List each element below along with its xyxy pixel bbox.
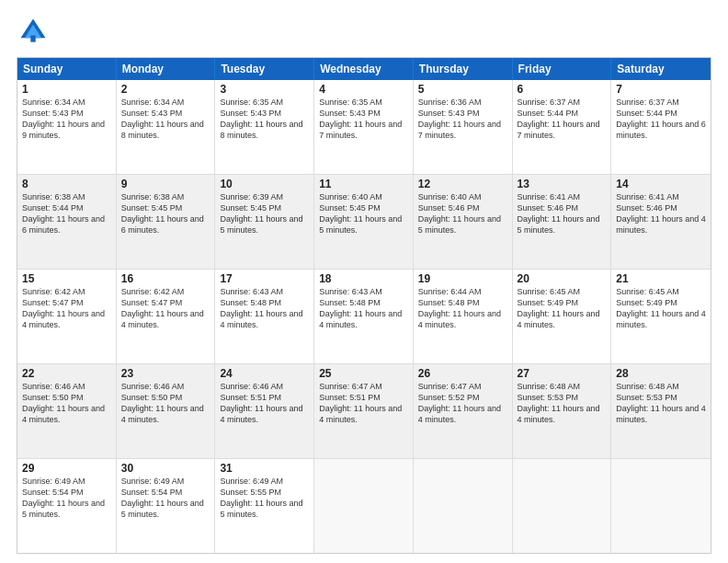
calendar-cell: 8Sunrise: 6:38 AMSunset: 5:44 PMDaylight… [17, 175, 117, 269]
cell-sunset: Sunset: 5:43 PM [121, 109, 183, 118]
calendar: SundayMondayTuesdayWednesdayThursdayFrid… [17, 57, 711, 554]
cell-daylight: Daylight: 11 hours and 5 minutes. [418, 214, 501, 235]
calendar-cell: 20Sunrise: 6:45 AMSunset: 5:49 PMDayligh… [513, 270, 612, 363]
cell-sunset: Sunset: 5:47 PM [121, 298, 183, 307]
cell-sunset: Sunset: 5:44 PM [518, 109, 579, 118]
calendar-cell: 26Sunrise: 6:47 AMSunset: 5:52 PMDayligh… [414, 364, 513, 458]
calendar-cell: 1Sunrise: 6:34 AMSunset: 5:43 PMDaylight… [17, 80, 117, 174]
cell-sunset: Sunset: 5:45 PM [319, 203, 381, 213]
cell-daylight: Daylight: 11 hours and 4 minutes. [220, 404, 302, 424]
day-number: 2 [121, 83, 210, 96]
calendar-cell: 21Sunrise: 6:45 AMSunset: 5:49 PMDayligh… [611, 270, 711, 363]
logo [17, 15, 53, 48]
cell-daylight: Daylight: 11 hours and 9 minutes. [22, 120, 105, 140]
calendar-cell: 11Sunrise: 6:40 AMSunset: 5:45 PMDayligh… [314, 175, 414, 269]
cell-daylight: Daylight: 11 hours and 7 minutes. [418, 120, 501, 140]
cell-sunrise: Sunrise: 6:49 AM [121, 477, 185, 486]
calendar-row: 8Sunrise: 6:38 AMSunset: 5:44 PMDaylight… [17, 174, 711, 269]
calendar-cell: 22Sunrise: 6:46 AMSunset: 5:50 PMDayligh… [17, 364, 117, 458]
cell-daylight: Daylight: 11 hours and 4 minutes. [418, 309, 501, 329]
cell-sunrise: Sunrise: 6:34 AM [121, 98, 185, 107]
cell-daylight: Daylight: 11 hours and 4 minutes. [616, 404, 706, 424]
day-number: 25 [319, 367, 408, 380]
day-number: 29 [22, 462, 111, 475]
calendar-cell: 23Sunrise: 6:46 AMSunset: 5:50 PMDayligh… [117, 364, 216, 458]
day-number: 14 [616, 178, 706, 190]
cell-daylight: Daylight: 11 hours and 4 minutes. [220, 309, 302, 329]
cell-sunset: Sunset: 5:47 PM [22, 298, 84, 307]
cell-sunset: Sunset: 5:54 PM [121, 488, 183, 497]
cell-sunset: Sunset: 5:49 PM [518, 298, 579, 307]
calendar-cell: 10Sunrise: 6:39 AMSunset: 5:45 PMDayligh… [215, 175, 314, 269]
cell-sunset: Sunset: 5:52 PM [418, 393, 480, 402]
calendar-cell: 31Sunrise: 6:49 AMSunset: 5:55 PMDayligh… [215, 459, 314, 553]
calendar-cell: 24Sunrise: 6:46 AMSunset: 5:51 PMDayligh… [215, 364, 314, 458]
logo-icon [17, 15, 50, 48]
cell-daylight: Daylight: 11 hours and 6 minutes. [22, 214, 105, 235]
day-number: 21 [616, 272, 706, 285]
cell-sunset: Sunset: 5:51 PM [220, 393, 281, 402]
cell-sunset: Sunset: 5:53 PM [518, 393, 579, 402]
calendar-cell: 14Sunrise: 6:41 AMSunset: 5:46 PMDayligh… [611, 175, 711, 269]
day-number: 5 [418, 83, 507, 96]
cell-daylight: Daylight: 11 hours and 6 minutes. [616, 120, 706, 140]
calendar-cell: 7Sunrise: 6:37 AMSunset: 5:44 PMDaylight… [611, 80, 711, 174]
cell-sunrise: Sunrise: 6:46 AM [121, 382, 185, 391]
day-number: 6 [518, 83, 607, 96]
calendar-row: 22Sunrise: 6:46 AMSunset: 5:50 PMDayligh… [17, 363, 711, 458]
cell-sunrise: Sunrise: 6:47 AM [418, 382, 482, 391]
calendar-cell: 13Sunrise: 6:41 AMSunset: 5:46 PMDayligh… [513, 175, 612, 269]
cell-daylight: Daylight: 11 hours and 5 minutes. [22, 499, 105, 519]
cell-daylight: Daylight: 11 hours and 5 minutes. [220, 214, 302, 235]
cell-daylight: Daylight: 11 hours and 4 minutes. [22, 404, 105, 424]
weekday-header-sunday: Sunday [17, 58, 117, 80]
cell-sunrise: Sunrise: 6:46 AM [220, 382, 283, 391]
weekday-header-saturday: Saturday [611, 58, 711, 80]
cell-daylight: Daylight: 11 hours and 4 minutes. [518, 404, 600, 424]
calendar-cell: 30Sunrise: 6:49 AMSunset: 5:54 PMDayligh… [117, 459, 216, 553]
cell-daylight: Daylight: 11 hours and 4 minutes. [121, 404, 204, 424]
calendar-cell: 5Sunrise: 6:36 AMSunset: 5:43 PMDaylight… [414, 80, 513, 174]
cell-sunset: Sunset: 5:46 PM [418, 203, 480, 213]
cell-sunset: Sunset: 5:50 PM [22, 393, 84, 402]
cell-sunset: Sunset: 5:53 PM [616, 393, 677, 402]
calendar-cell: 17Sunrise: 6:43 AMSunset: 5:48 PMDayligh… [215, 270, 314, 363]
cell-daylight: Daylight: 11 hours and 4 minutes. [518, 309, 600, 329]
cell-sunrise: Sunrise: 6:38 AM [22, 192, 85, 201]
day-number: 4 [319, 83, 408, 96]
day-number: 3 [220, 83, 309, 96]
cell-sunrise: Sunrise: 6:40 AM [319, 192, 382, 201]
cell-sunset: Sunset: 5:46 PM [518, 203, 579, 213]
cell-daylight: Daylight: 11 hours and 8 minutes. [220, 120, 302, 140]
day-number: 31 [220, 462, 309, 475]
calendar-cell: 27Sunrise: 6:48 AMSunset: 5:53 PMDayligh… [513, 364, 612, 458]
cell-sunset: Sunset: 5:43 PM [22, 109, 84, 118]
cell-sunrise: Sunrise: 6:45 AM [616, 287, 679, 296]
cell-daylight: Daylight: 11 hours and 6 minutes. [121, 214, 204, 235]
day-number: 7 [616, 83, 706, 96]
cell-sunset: Sunset: 5:44 PM [616, 109, 677, 118]
cell-sunset: Sunset: 5:43 PM [418, 109, 480, 118]
cell-daylight: Daylight: 11 hours and 8 minutes. [121, 120, 204, 140]
day-number: 8 [22, 178, 111, 190]
day-number: 23 [121, 367, 210, 380]
calendar-cell: 19Sunrise: 6:44 AMSunset: 5:48 PMDayligh… [414, 270, 513, 363]
cell-sunrise: Sunrise: 6:37 AM [616, 98, 679, 107]
cell-sunrise: Sunrise: 6:49 AM [22, 477, 85, 486]
cell-sunrise: Sunrise: 6:39 AM [220, 192, 283, 201]
cell-sunset: Sunset: 5:46 PM [616, 203, 677, 213]
calendar-cell: 4Sunrise: 6:35 AMSunset: 5:43 PMDaylight… [314, 80, 414, 174]
cell-daylight: Daylight: 11 hours and 5 minutes. [121, 499, 204, 519]
calendar-cell: 6Sunrise: 6:37 AMSunset: 5:44 PMDaylight… [513, 80, 612, 174]
cell-sunrise: Sunrise: 6:35 AM [319, 98, 382, 107]
calendar-row: 29Sunrise: 6:49 AMSunset: 5:54 PMDayligh… [17, 458, 711, 553]
cell-sunrise: Sunrise: 6:49 AM [220, 477, 283, 486]
calendar-cell: 3Sunrise: 6:35 AMSunset: 5:43 PMDaylight… [215, 80, 314, 174]
cell-sunset: Sunset: 5:50 PM [121, 393, 183, 402]
day-number: 17 [220, 272, 309, 285]
calendar-cell [513, 459, 612, 553]
cell-daylight: Daylight: 11 hours and 5 minutes. [319, 214, 402, 235]
calendar-header: SundayMondayTuesdayWednesdayThursdayFrid… [17, 58, 711, 80]
cell-daylight: Daylight: 11 hours and 4 minutes. [319, 309, 402, 329]
day-number: 26 [418, 367, 507, 380]
